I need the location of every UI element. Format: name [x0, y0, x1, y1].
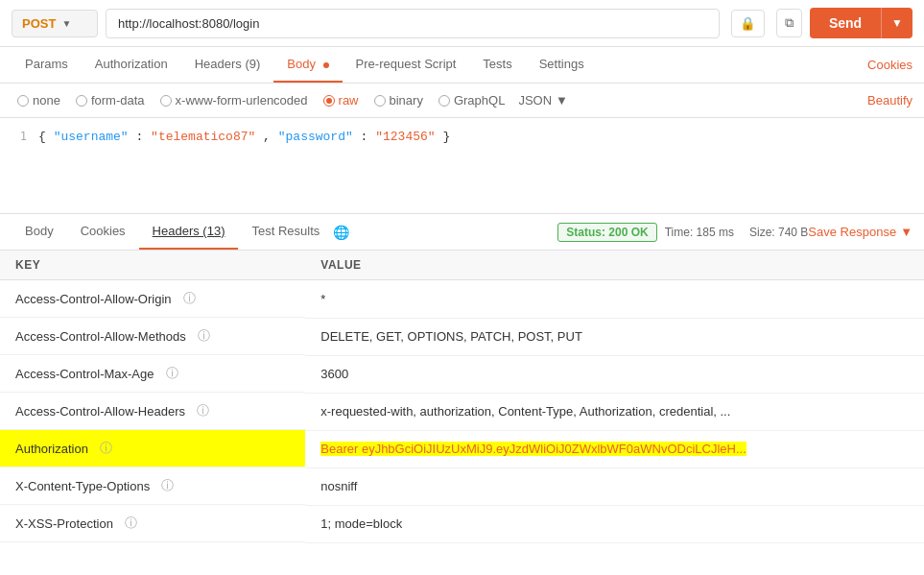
- lock-icon[interactable]: 🔒: [731, 10, 765, 37]
- info-icon[interactable]: ⓘ: [100, 440, 112, 457]
- radio-graphql: [438, 95, 450, 107]
- tab-authorization[interactable]: Authorization: [82, 47, 181, 83]
- header-value-cell: DELETE, GET, OPTIONS, PATCH, POST, PUT: [305, 318, 924, 355]
- table-row: X-Content-Type-Optionsⓘnosniff: [0, 467, 924, 505]
- radio-raw: [323, 95, 335, 107]
- method-selector[interactable]: POST ▼: [12, 10, 98, 37]
- globe-icon[interactable]: 🌐: [333, 225, 349, 240]
- table-row: Access-Control-Allow-Originⓘ*: [0, 280, 924, 319]
- header-key-cell: Access-Control-Allow-Headersⓘ: [0, 393, 305, 430]
- response-size: Size: 740 B: [749, 226, 808, 239]
- info-icon[interactable]: ⓘ: [183, 290, 196, 307]
- header-value-cell: 3600: [305, 355, 924, 393]
- cookies-link[interactable]: Cookies: [867, 58, 912, 72]
- header-value-cell: x-requested-with, authorization, Content…: [305, 393, 924, 430]
- copy-icon[interactable]: ⧉: [776, 9, 802, 37]
- header-value-cell: Bearer eyJhbGciOiJIUzUxMiJ9.eyJzdWliOiJ0…: [305, 430, 924, 467]
- body-option-form-data[interactable]: form-data: [70, 91, 151, 109]
- tab-prerequest[interactable]: Pre-request Script: [343, 47, 470, 83]
- response-tabs: Body Cookies Headers (13) Test Results 🌐…: [0, 214, 924, 251]
- json-chevron-icon: ▼: [556, 93, 568, 108]
- tab-params[interactable]: Params: [12, 47, 82, 83]
- body-option-binary[interactable]: binary: [368, 91, 429, 109]
- info-icon[interactable]: ⓘ: [125, 515, 137, 532]
- radio-none: [17, 95, 29, 107]
- tab-headers[interactable]: Headers (9): [181, 47, 274, 83]
- header-key-cell: X-XSS-Protectionⓘ: [0, 505, 305, 542]
- body-dot-indicator: [323, 62, 329, 68]
- col-key-header: KEY: [0, 251, 305, 280]
- beautify-button[interactable]: Beautify: [867, 93, 912, 108]
- info-icon[interactable]: ⓘ: [166, 365, 178, 382]
- response-time: Time: 185 ms: [665, 226, 734, 239]
- header-key-cell: Access-Control-Max-Ageⓘ: [0, 355, 305, 393]
- header-key-cell: Access-Control-Allow-Methodsⓘ: [0, 318, 305, 355]
- headers-table: KEY VALUE Access-Control-Allow-Originⓘ*A…: [0, 251, 924, 543]
- table-row: Access-Control-Allow-MethodsⓘDELETE, GET…: [0, 318, 924, 355]
- info-icon[interactable]: ⓘ: [161, 477, 174, 494]
- send-button[interactable]: Send: [810, 8, 881, 38]
- table-row: Access-Control-Allow-Headersⓘx-requested…: [0, 393, 924, 430]
- radio-urlencoded: [160, 95, 172, 107]
- table-row: AuthorizationⓘBearer eyJhbGciOiJIUzUxMiJ…: [0, 430, 924, 467]
- tab-body[interactable]: Body: [273, 47, 342, 83]
- header-value-cell: 1; mode=block: [305, 505, 924, 542]
- tab-settings[interactable]: Settings: [526, 47, 598, 83]
- header-value-cell: *: [305, 280, 924, 319]
- body-option-raw[interactable]: raw: [318, 91, 365, 109]
- send-dropdown-button[interactable]: ▼: [881, 8, 912, 38]
- header-value-cell: nosniff: [305, 467, 924, 505]
- radio-binary: [374, 95, 386, 107]
- method-chevron-icon: ▼: [61, 18, 71, 29]
- response-meta: Time: 185 ms Size: 740 B: [665, 226, 809, 239]
- code-editor[interactable]: 1 { "username" : "telematico87" , "passw…: [0, 118, 924, 214]
- resp-tab-test-results[interactable]: Test Results: [238, 214, 333, 250]
- table-row: X-XSS-Protectionⓘ1; mode=block: [0, 505, 924, 542]
- resp-tab-cookies[interactable]: Cookies: [67, 214, 139, 250]
- status-badge: Status: 200 OK: [557, 223, 656, 242]
- radio-form-data: [76, 95, 87, 107]
- tab-tests[interactable]: Tests: [469, 47, 525, 83]
- headers-table-container: KEY VALUE Access-Control-Allow-Originⓘ*A…: [0, 251, 924, 543]
- col-value-header: VALUE: [305, 251, 924, 280]
- header-key-cell: X-Content-Type-Optionsⓘ: [0, 467, 305, 505]
- resp-tab-body[interactable]: Body: [12, 214, 67, 250]
- response-section: Body Cookies Headers (13) Test Results 🌐…: [0, 214, 924, 543]
- body-option-none[interactable]: none: [12, 91, 66, 109]
- info-icon[interactable]: ⓘ: [198, 327, 210, 345]
- json-format-select[interactable]: JSON ▼: [514, 91, 572, 109]
- url-input[interactable]: [106, 9, 720, 38]
- save-chevron-icon: ▼: [900, 225, 912, 239]
- header-key-cell: Authorizationⓘ: [0, 430, 305, 467]
- method-label: POST: [22, 16, 56, 31]
- resp-tab-headers[interactable]: Headers (13): [139, 214, 239, 250]
- body-option-graphql[interactable]: GraphQL: [433, 91, 510, 109]
- save-response-button[interactable]: Save Response ▼: [808, 225, 912, 239]
- table-row: Access-Control-Max-Ageⓘ3600: [0, 355, 924, 393]
- body-options-bar: none form-data x-www-form-urlencoded raw…: [0, 84, 924, 118]
- request-tabs: Params Authorization Headers (9) Body Pr…: [0, 47, 924, 84]
- header-key-cell: Access-Control-Allow-Originⓘ: [0, 280, 305, 318]
- code-content[interactable]: { "username" : "telematico87" , "passwor…: [38, 130, 450, 144]
- body-option-urlencoded[interactable]: x-www-form-urlencoded: [154, 91, 314, 109]
- line-number: 1: [8, 130, 27, 144]
- info-icon[interactable]: ⓘ: [197, 402, 209, 419]
